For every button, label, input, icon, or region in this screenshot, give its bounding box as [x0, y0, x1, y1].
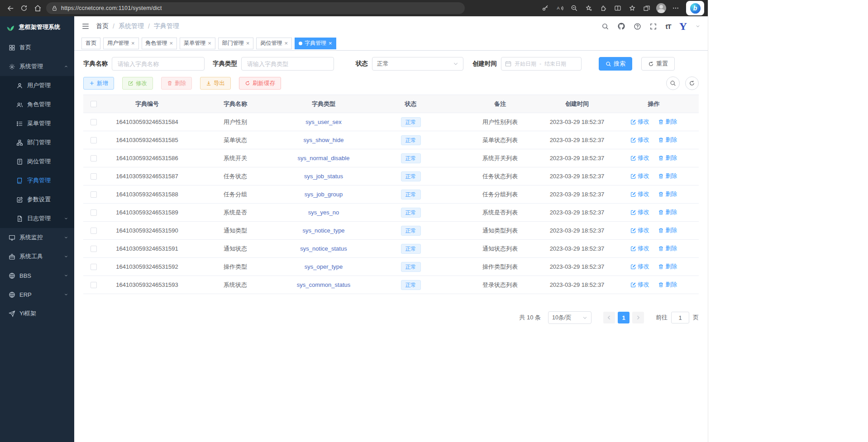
add-button[interactable]: 新增 — [83, 77, 114, 90]
breadcrumb-home[interactable]: 首页 — [96, 22, 109, 30]
dict-type-link[interactable]: sys_job_group — [305, 191, 343, 198]
search-button[interactable]: 搜索 — [599, 57, 632, 71]
row-checkbox[interactable] — [91, 119, 97, 125]
status-select[interactable]: 正常 — [372, 57, 463, 71]
tab-home[interactable]: 首页 — [81, 38, 100, 49]
sidebar-toggle[interactable] — [81, 22, 90, 30]
row-delete-link[interactable]: 删除 — [658, 208, 677, 216]
row-edit-link[interactable]: 修改 — [630, 154, 649, 162]
row-edit-link[interactable]: 修改 — [630, 262, 649, 271]
dict-type-link[interactable]: sys_notice_status — [300, 245, 347, 252]
export-button[interactable]: 导出 — [200, 77, 231, 90]
sidebar-item-log-mgmt[interactable]: 日志管理 — [0, 209, 74, 228]
row-delete-link[interactable]: 删除 — [658, 172, 677, 180]
chevron-down-icon[interactable] — [695, 24, 701, 29]
close-icon[interactable]: × — [131, 40, 135, 46]
reset-button[interactable]: 重置 — [641, 57, 675, 71]
sidebar-item-param-settings[interactable]: 参数设置 — [0, 190, 74, 209]
tab-dict-mgmt[interactable]: 字典管理× — [295, 38, 336, 49]
row-checkbox[interactable] — [91, 191, 97, 198]
sidebar-item-erp[interactable]: ERP — [0, 285, 74, 304]
row-edit-link[interactable]: 修改 — [630, 244, 649, 252]
sidebar-item-home[interactable]: 首页 — [0, 38, 74, 57]
dict-type-link[interactable]: sys_yes_no — [308, 209, 339, 216]
row-edit-link[interactable]: 修改 — [630, 118, 649, 126]
fullscreen-icon[interactable] — [649, 23, 657, 30]
row-checkbox[interactable] — [91, 228, 97, 234]
font-size-icon[interactable]: tT — [665, 23, 671, 30]
refresh-button[interactable] — [17, 2, 31, 14]
sidebar-item-yi-framework[interactable]: Yi框架 — [0, 304, 74, 323]
row-checkbox[interactable] — [91, 282, 97, 288]
row-delete-link[interactable]: 删除 — [658, 226, 677, 234]
date-range-picker[interactable]: 开始日期 - 结束日期 — [501, 57, 582, 71]
back-button[interactable] — [4, 2, 17, 14]
extensions-icon[interactable] — [596, 2, 610, 14]
sidebar-item-menu-mgmt[interactable]: 菜单管理 — [0, 114, 74, 133]
dict-type-input[interactable] — [241, 57, 334, 71]
dict-type-link[interactable]: sys_user_sex — [305, 119, 341, 125]
sidebar-item-bbs[interactable]: BBS — [0, 266, 74, 285]
user-logo[interactable]: Y — [679, 21, 687, 32]
dict-type-link[interactable]: sys_notice_type — [302, 227, 344, 234]
sidebar-item-role-mgmt[interactable]: 角色管理 — [0, 95, 74, 114]
next-page-button[interactable] — [632, 312, 644, 323]
row-checkbox[interactable] — [91, 246, 97, 252]
help-icon[interactable] — [634, 23, 641, 30]
dict-type-link[interactable]: sys_show_hide — [304, 137, 344, 143]
home-button[interactable] — [31, 2, 44, 14]
dict-name-input[interactable] — [112, 57, 205, 71]
refresh-cache-button[interactable]: 刷新缓存 — [239, 77, 281, 90]
row-checkbox[interactable] — [91, 155, 97, 162]
more-menu-button[interactable] — [669, 2, 682, 14]
address-bar[interactable]: https://ccnetcore.com:1101/system/dict — [46, 2, 465, 14]
row-checkbox[interactable] — [91, 209, 97, 216]
sidebar-item-system-mgmt[interactable]: 系统管理 — [0, 57, 74, 76]
row-edit-link[interactable]: 修改 — [630, 280, 649, 289]
goto-page-input[interactable] — [671, 312, 689, 323]
row-delete-link[interactable]: 删除 — [658, 154, 677, 162]
github-icon[interactable] — [617, 22, 625, 30]
dict-type-link[interactable]: sys_job_status — [304, 173, 343, 180]
tab-post-mgmt[interactable]: 岗位管理× — [256, 38, 292, 49]
sidebar-item-system-monitor[interactable]: 系统监控 — [0, 228, 74, 247]
row-delete-link[interactable]: 删除 — [658, 280, 677, 289]
tab-user-mgmt[interactable]: 用户管理× — [103, 38, 139, 49]
dict-type-link[interactable]: sys_common_status — [297, 281, 351, 288]
dict-type-link[interactable]: sys_normal_disable — [298, 155, 350, 162]
close-icon[interactable]: × — [329, 40, 332, 46]
edit-button[interactable]: 修改 — [122, 77, 153, 90]
row-checkbox[interactable] — [91, 264, 97, 270]
row-edit-link[interactable]: 修改 — [630, 136, 649, 144]
close-icon[interactable]: × — [284, 40, 288, 46]
page-size-select[interactable]: 10条/页 — [548, 311, 591, 324]
select-all-checkbox[interactable] — [91, 101, 97, 107]
row-edit-link[interactable]: 修改 — [630, 226, 649, 234]
add-favorite-icon[interactable] — [582, 2, 596, 14]
row-edit-link[interactable]: 修改 — [630, 190, 649, 198]
sidebar-item-post-mgmt[interactable]: 岗位管理 — [0, 152, 74, 171]
row-edit-link[interactable]: 修改 — [630, 172, 649, 180]
prev-page-button[interactable] — [603, 312, 615, 323]
refresh-table-button[interactable] — [685, 76, 699, 90]
dict-type-link[interactable]: sys_oper_type — [305, 263, 343, 270]
read-aloud-icon[interactable]: A — [553, 2, 567, 14]
close-icon[interactable]: × — [170, 40, 173, 46]
key-icon[interactable] — [539, 2, 552, 14]
app-logo[interactable]: 意框架管理系统 — [0, 16, 74, 38]
tab-dept-mgmt[interactable]: 部门管理× — [218, 38, 254, 49]
row-delete-link[interactable]: 删除 — [658, 190, 677, 198]
breadcrumb-system-mgmt[interactable]: 系统管理 — [119, 22, 144, 30]
row-delete-link[interactable]: 删除 — [658, 262, 677, 271]
favorites-icon[interactable] — [625, 2, 639, 14]
tab-menu-mgmt[interactable]: 菜单管理× — [180, 38, 215, 49]
tab-role-mgmt[interactable]: 角色管理× — [142, 38, 177, 49]
close-icon[interactable]: × — [246, 40, 250, 46]
close-icon[interactable]: × — [208, 40, 211, 46]
row-delete-link[interactable]: 删除 — [658, 136, 677, 144]
collections-icon[interactable] — [640, 2, 653, 14]
zoom-icon[interactable] — [568, 2, 581, 14]
copilot-button[interactable]: b — [686, 1, 704, 15]
delete-button[interactable]: 删除 — [161, 77, 192, 90]
search-icon[interactable] — [601, 23, 609, 30]
